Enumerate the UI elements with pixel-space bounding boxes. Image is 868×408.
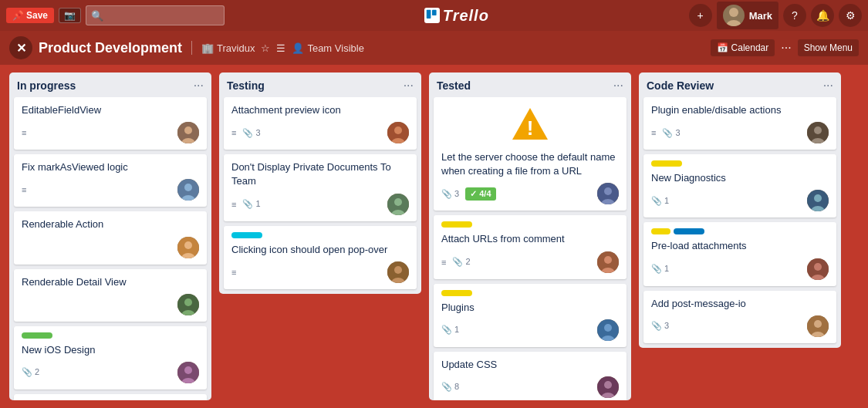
add-button[interactable]: + (689, 4, 712, 27)
card-title: Don't Display Private Documents To Team (231, 160, 409, 188)
card-footer: 📎 1 (651, 190, 829, 211)
card-avatar (177, 237, 199, 258)
card-update-css[interactable]: Update CSS 📎 8 (434, 352, 627, 400)
multi-label (651, 228, 829, 234)
checklist-badge: ✓ 4/4 (465, 187, 495, 201)
card-new-ios-design[interactable]: New iOS Design 📎 2 (14, 326, 207, 389)
svg-point-34 (604, 256, 612, 264)
card-attach-urls[interactable]: Attach URLs from comment ≡ 📎 2 (434, 215, 627, 278)
card-dont-display-private[interactable]: Don't Display Private Documents To Team … (224, 154, 417, 221)
card-title: Update CSS (441, 358, 619, 372)
attachment-badge: 📎 8 (441, 382, 459, 392)
card-label-green (22, 332, 52, 339)
card-badges: ≡ 📎 2 (441, 257, 471, 267)
card-plugins[interactable]: Plugins 📎 1 (434, 284, 627, 347)
filter-item[interactable]: ☰ (276, 42, 285, 54)
card-avatar (177, 362, 199, 383)
settings-button[interactable]: ⚙ (839, 4, 862, 27)
board-title-text: Product Development (39, 40, 182, 56)
board-title: ✕ Product Development (9, 36, 182, 59)
card-plugin-enable-disable[interactable]: Plugin enable/disable actions ≡ 📎 3 (643, 97, 836, 150)
card-footer: 📎 1 (441, 319, 619, 341)
notifications-button[interactable]: 🔔 (811, 4, 834, 27)
svg-point-23 (394, 198, 402, 206)
calendar-button[interactable]: 📅 Calendar (711, 39, 775, 56)
card-clicking-icon[interactable]: Clicking icon should open pop-over ≡ (224, 226, 417, 289)
pin-icon: 📌 (12, 10, 24, 21)
card-title: Plugin enable/disable actions (651, 103, 829, 117)
card-avatar (807, 258, 829, 280)
attachment-badge: 📎 3 (651, 321, 669, 331)
screenshot-button[interactable]: 📷 (59, 8, 81, 23)
card-server-choose-name[interactable]: ! Let the server choose the default name… (434, 97, 627, 211)
card-badges: ≡ (22, 128, 26, 137)
card-badges: ≡ 📎 3 (651, 128, 681, 138)
list-menu-button-tested[interactable]: ··· (613, 79, 623, 93)
svg-point-43 (814, 126, 822, 134)
workspace-item[interactable]: 🏢 Travidux (201, 42, 255, 54)
trello-label: Trello (443, 7, 489, 25)
attachment-badge: 📎 2 (452, 257, 470, 267)
star-icon: ☆ (261, 42, 270, 54)
star-item[interactable]: ☆ (261, 42, 270, 54)
save-button[interactable]: 📌 Save (6, 8, 54, 23)
board-meta: 🏢 Travidux ☆ ☰ 👤 Team Visible (201, 42, 364, 54)
card-preload-attachments[interactable]: Pre-load attachments 📎 1 (643, 222, 836, 285)
card-label-yellow (651, 160, 682, 167)
card-footer: ≡ 📎 1 (231, 194, 409, 215)
list-menu-button-testing[interactable]: ··· (404, 79, 414, 93)
card-title: Pre-load attachments (651, 239, 829, 253)
list-cards-testing: Attachment preview icon ≡ 📎 3 Don't Disp… (219, 97, 421, 294)
help-button[interactable]: ? (783, 4, 806, 27)
card-avatar (177, 122, 199, 143)
card-badges: 📎 1 (651, 264, 669, 274)
card-attachment-preview[interactable]: Attachment preview icon ≡ 📎 3 (224, 97, 417, 150)
list-header-code-review: Code Review ··· (639, 72, 841, 97)
card-new-diagnostics[interactable]: New Diagnostics 📎 1 (643, 154, 836, 217)
list-title-tested: Tested (437, 79, 471, 92)
attachment-badge: 📎 1 (651, 196, 669, 206)
board-right: 📅 Calendar ··· Show Menu (711, 39, 859, 56)
card-title: Fix markAsViewed logic (22, 160, 199, 174)
save-label: Save (26, 10, 48, 21)
trello-icon (424, 8, 440, 23)
attachment-badge: 📎 2 (22, 367, 39, 377)
card-renderable-detail-view[interactable]: Renderable Detail View (14, 269, 207, 322)
trello-logo: Trello (229, 7, 684, 25)
list-header-tested: Tested ··· (429, 72, 631, 97)
workspace-label: Travidux (217, 42, 255, 54)
card-fix-markas-viewed[interactable]: Fix markAsViewed logic ≡ (14, 154, 207, 207)
svg-point-14 (184, 298, 192, 306)
list-cards-code-review: Plugin enable/disable actions ≡ 📎 3 New … (639, 97, 841, 348)
card-badges: 📎 8 (441, 382, 459, 392)
show-menu-button[interactable]: Show Menu (798, 39, 859, 56)
user-menu-button[interactable]: Mark (717, 2, 778, 29)
card-footer: ≡ (22, 179, 199, 201)
card-keyboard-shortcuts[interactable]: I/K Keyboard Shortcuts Disabled (14, 394, 207, 400)
card-title: Attachment preview icon (231, 103, 409, 117)
card-add-post-message[interactable]: Add post-message-io 📎 3 (643, 291, 836, 343)
card-footer: ≡ (231, 261, 409, 283)
svg-point-40 (604, 381, 612, 389)
card-avatar (807, 315, 829, 337)
card-avatar (597, 251, 619, 273)
card-badges: 📎 3 ✓ 4/4 (441, 187, 496, 201)
card-badges: ≡ (231, 268, 236, 277)
svg-point-52 (814, 320, 822, 328)
card-badges: 📎 2 (22, 367, 39, 377)
dots-icon: ··· (781, 41, 791, 55)
card-title: Clicking icon should open pop-over (231, 243, 409, 257)
list-menu-button-in-progress[interactable]: ··· (194, 79, 204, 93)
svg-point-49 (814, 263, 822, 271)
list-menu-button-code-review[interactable]: ··· (823, 79, 833, 93)
person-icon: 👤 (292, 42, 304, 54)
svg-point-26 (394, 266, 402, 274)
card-editable-field-view[interactable]: EditableFieldView ≡ (14, 97, 207, 150)
card-renderable-action[interactable]: Renderable Action (14, 211, 207, 264)
attachment-badge: 📎 1 (441, 325, 459, 335)
card-badges: 📎 1 (441, 325, 459, 335)
card-avatar (177, 294, 199, 315)
visibility-item[interactable]: 👤 Team Visible (292, 42, 363, 54)
attachment-badge: 📎 3 (441, 189, 459, 199)
workspace-icon: 🏢 (201, 42, 214, 54)
